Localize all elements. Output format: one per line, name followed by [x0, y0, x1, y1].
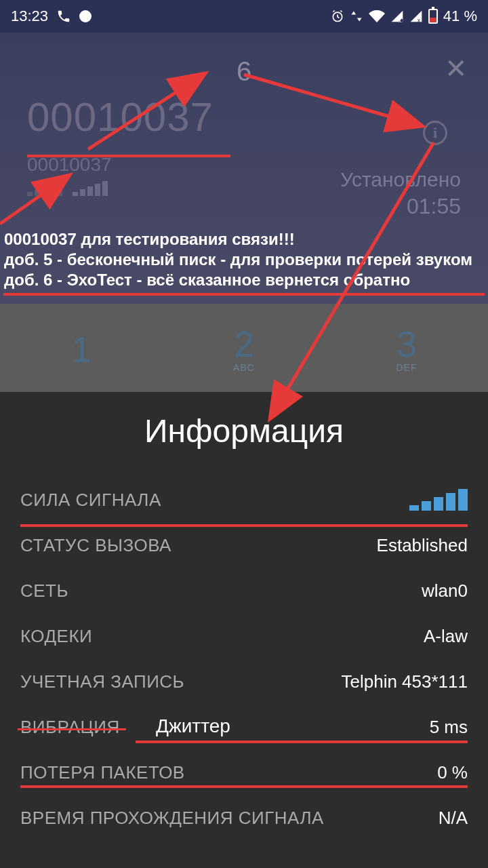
status-right: x x 41 %	[331, 7, 477, 25]
info-panel: Информация СИЛА СИГНАЛА СТАТУС ВЫЗОВА Es…	[0, 392, 488, 868]
info-label: КОДЕКИ	[20, 626, 92, 647]
info-row-latency: ВРЕМЯ ПРОХОЖДЕНИЯ СИГНАЛА N/A	[20, 795, 468, 841]
info-value: 0 %	[437, 762, 468, 783]
key-number: 2	[234, 323, 254, 365]
key-number: 3	[396, 323, 417, 365]
info-label: ПОТЕРЯ ПАКЕТОВ	[20, 762, 185, 783]
info-label: СЕТЬ	[20, 580, 68, 601]
underline-jitter	[136, 741, 468, 743]
info-button[interactable]: i	[423, 121, 447, 145]
info-row-network: СЕТЬ wlan0	[20, 568, 468, 614]
call-timer: 01:55	[340, 194, 461, 219]
info-row-account: УЧЕТНАЯ ЗАПИСЬ Telphin 453*111	[20, 659, 468, 705]
signal-2-icon: x	[409, 9, 423, 23]
close-button[interactable]: ✕	[445, 53, 468, 84]
dial-key-3[interactable]: 3 DEF	[325, 304, 488, 392]
dial-key-1[interactable]: 1	[0, 304, 163, 392]
info-value: wlan0	[422, 580, 468, 601]
annotation-line3: доб. 6 - ЭхоТест - всё сказанное вернетс…	[4, 270, 472, 290]
sort-icon	[350, 9, 363, 23]
call-area: 6 ✕ 00010037 00010037 i Установлено 01:5…	[0, 33, 488, 304]
dialpad: 1 2 ABC 3 DEF	[0, 304, 488, 392]
status-dot-icon	[79, 10, 92, 22]
underline-main-number	[27, 155, 230, 157]
info-label: СТАТУС ВЫЗОВА	[20, 535, 171, 556]
main-number: 00010037	[27, 94, 461, 140]
underline-annotation	[3, 293, 485, 296]
info-value: 5 ms	[430, 717, 468, 738]
status-bar: 13:23 x x 41 %	[0, 0, 488, 33]
info-label: СИЛА СИГНАЛА	[20, 490, 161, 511]
info-value: Telphin 453*111	[342, 671, 468, 692]
status-left: 13:23	[11, 7, 92, 25]
info-label: ВРЕМЯ ПРОХОЖДЕНИЯ СИГНАЛА	[20, 808, 324, 829]
annotation-line1: 00010037 для тестирования связи!!!	[4, 229, 472, 250]
underline-packetloss	[20, 785, 468, 788]
signal-1-icon: x	[390, 9, 404, 23]
key-letters: DEF	[396, 362, 418, 373]
screen: 13:23 x x 41 % 6 ✕ 00010037 00010037 i У…	[0, 0, 488, 868]
key-number: 1	[71, 328, 92, 370]
annotation-text: 00010037 для тестирования связи!!! доб. …	[4, 229, 472, 290]
dial-key-2[interactable]: 2 ABC	[163, 304, 325, 392]
info-value: Established	[377, 535, 468, 556]
info-value: A-law	[424, 626, 468, 647]
info-row-codecs: КОДЕКИ A-law	[20, 614, 468, 659]
battery-percent: 41 %	[443, 7, 477, 25]
battery-icon	[428, 9, 438, 24]
info-label: УЧЕТНАЯ ЗАПИСЬ	[20, 671, 184, 692]
info-row-signal: СИЛА СИГНАЛА	[20, 477, 468, 523]
call-status-block: Установлено 01:55	[340, 168, 461, 219]
annotation-line2: доб. 5 - бесконечный писк - для проверки…	[4, 250, 472, 270]
info-value: N/A	[439, 808, 468, 829]
info-row-call-status: СТАТУС ВЫЗОВА Established	[20, 523, 468, 568]
wifi-icon	[369, 8, 385, 24]
alarm-icon	[331, 9, 344, 23]
call-status-text: Установлено	[340, 168, 461, 191]
phone-icon	[56, 9, 71, 24]
dtmf-digit: 6	[237, 56, 251, 87]
jitter-annotation: Джиттер	[156, 715, 230, 737]
status-time: 13:23	[11, 7, 48, 25]
info-title: Информация	[20, 412, 468, 450]
strike-vibration	[18, 728, 126, 730]
key-letters: ABC	[233, 362, 255, 373]
underline-signal	[20, 524, 468, 527]
info-row-packet-loss: ПОТЕРЯ ПАКЕТОВ 0 %	[20, 750, 468, 795]
info-label: ВИБРАЦИЯ	[20, 717, 120, 738]
signal-strength-icon	[409, 489, 468, 511]
